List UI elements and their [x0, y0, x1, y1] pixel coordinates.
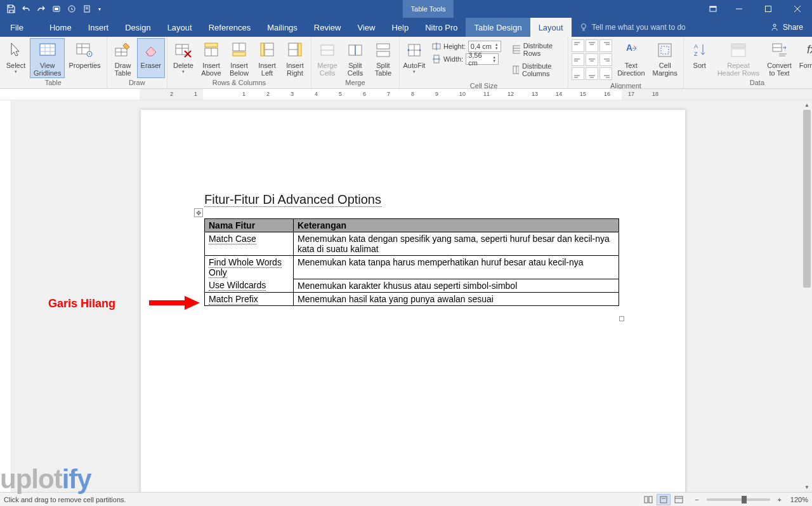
maximize-icon[interactable] [754, 0, 783, 18]
tab-table-layout[interactable]: Layout [530, 18, 572, 37]
qat-customize-icon[interactable]: ▾ [95, 2, 104, 16]
zoom-out-button[interactable]: − [692, 496, 701, 503]
zoom-in-button[interactable]: + [775, 496, 784, 503]
insert-below-button[interactable]: Insert Below [225, 38, 253, 78]
svg-rect-49 [377, 44, 390, 49]
read-mode-button[interactable] [641, 494, 655, 505]
split-cells-label: Split Cells [348, 62, 363, 77]
qat-item-2[interactable] [65, 2, 79, 16]
qat-item-3[interactable] [80, 2, 94, 16]
group-label-merge: Merge [313, 78, 397, 88]
align-bottom-center[interactable] [586, 67, 598, 80]
scroll-up-icon[interactable]: ▲ [802, 100, 812, 110]
gridlines-label: View Gridlines [34, 62, 61, 77]
distribute-columns-button[interactable]: Distribute Columns [510, 61, 562, 79]
height-label: Height: [443, 43, 466, 50]
convert-to-text-button[interactable]: Convert to Text [763, 38, 796, 78]
tab-home[interactable]: Home [41, 18, 80, 37]
insert-above-button[interactable]: Insert Above [197, 38, 225, 78]
document-heading: Fitur-Fitur Di Advanced Options [204, 192, 622, 207]
tab-help[interactable]: Help [383, 18, 417, 37]
qat-item-1[interactable] [49, 2, 63, 16]
scroll-down-icon[interactable]: ▼ [802, 483, 812, 492]
tab-view[interactable]: View [349, 18, 383, 37]
redo-icon[interactable] [34, 2, 48, 16]
width-label: Width: [443, 55, 463, 63]
repeat-header-label: Repeat Header Rows [717, 62, 760, 77]
align-bottom-left[interactable] [572, 67, 584, 80]
tab-mailings[interactable]: Mailings [259, 18, 306, 37]
cell-name[interactable]: Match Prefix [205, 292, 294, 305]
eraser-button[interactable]: Eraser [137, 38, 165, 78]
document-table[interactable]: Nama Fitur Keterangan Match Case Menemuk… [204, 218, 619, 306]
tab-review[interactable]: Review [306, 18, 350, 37]
group-label-rowscols: Rows & Columns [169, 78, 309, 88]
delete-button[interactable]: Delete▾ [169, 38, 197, 78]
table-resize-handle[interactable] [619, 316, 624, 321]
sort-button[interactable]: AZ Sort [686, 38, 714, 78]
align-middle-center[interactable] [586, 53, 598, 66]
cell-desc[interactable]: Menemukan hasil kata yang punya awalan s… [294, 292, 619, 305]
print-layout-button[interactable] [657, 494, 671, 505]
ribbon-display-options-icon[interactable] [702, 0, 724, 18]
tab-nitro[interactable]: Nitro Pro [417, 18, 466, 37]
draw-table-label: Draw Table [114, 62, 131, 77]
align-top-right[interactable] [599, 39, 612, 52]
zoom-percentage[interactable]: 120% [784, 496, 808, 503]
scroll-thumb[interactable] [803, 110, 811, 288]
cell-name[interactable]: Match Case [205, 232, 294, 256]
svg-rect-1 [55, 8, 58, 10]
tab-table-design[interactable]: Table Design [466, 18, 530, 37]
tell-me-search[interactable]: Tell me what you want to do [572, 18, 761, 37]
select-button[interactable]: Select▾ [2, 38, 30, 78]
cell-desc[interactable]: Menemukan kata tanpa harus memperhatikan… [294, 256, 619, 279]
align-middle-right[interactable] [599, 53, 612, 66]
zoom-slider-handle[interactable] [742, 496, 747, 503]
tab-design[interactable]: Design [117, 18, 159, 37]
cell-name[interactable]: Find Whole Words Only [205, 256, 294, 279]
autofit-button[interactable]: AutoFit▾ [402, 38, 427, 81]
insert-right-button[interactable]: Insert Right [281, 38, 309, 78]
share-button[interactable]: Share [761, 18, 812, 37]
distribute-rows-button[interactable]: Distribute Rows [510, 41, 562, 58]
properties-button[interactable]: Properties [65, 38, 104, 78]
align-middle-left[interactable] [572, 53, 584, 66]
cell-desc[interactable]: Menemukan kata dengan spesifik yang sama… [294, 232, 619, 256]
split-table-button[interactable]: Split Table [369, 38, 397, 78]
svg-text:Z: Z [694, 51, 698, 57]
save-icon[interactable] [4, 2, 18, 16]
width-input[interactable]: 3,56 cm▲▼ [466, 53, 499, 65]
tell-me-placeholder: Tell me what you want to do [592, 23, 686, 32]
table-move-handle[interactable]: ✥ [194, 208, 203, 217]
draw-table-button[interactable]: Draw Table [109, 38, 137, 78]
align-top-left[interactable] [572, 39, 584, 52]
tab-layout[interactable]: Layout [159, 18, 200, 37]
minimize-icon[interactable] [724, 0, 754, 18]
cell-margins-label: Cell Margins [653, 62, 678, 77]
zoom-slider[interactable] [707, 498, 770, 501]
text-direction-button[interactable]: A Text Direction [613, 38, 648, 81]
insert-left-button[interactable]: Insert Left [253, 38, 281, 78]
close-icon[interactable] [783, 0, 812, 18]
vertical-scrollbar[interactable]: ▲ ▼ [802, 100, 812, 492]
cell-name[interactable]: Use Wildcards [205, 279, 294, 292]
merge-cells-label: Merge Cells [317, 62, 337, 77]
align-top-center[interactable] [586, 39, 598, 52]
svg-point-11 [581, 24, 586, 29]
horizontal-ruler[interactable]: 2 1 1 2 3 4 5 6 7 8 9 10 11 12 13 14 15 … [0, 89, 812, 100]
view-gridlines-button[interactable]: View Gridlines [30, 38, 65, 78]
cell-margins-button[interactable]: Cell Margins [649, 38, 681, 81]
height-input[interactable]: 0,4 cm▲▼ [468, 41, 501, 52]
vertical-ruler[interactable] [0, 100, 11, 492]
tab-insert[interactable]: Insert [80, 18, 117, 37]
formula-button[interactable]: fx Formula [796, 38, 812, 78]
split-cells-button[interactable]: Split Cells [341, 38, 369, 78]
cell-desc[interactable]: Menemukan karakter khusus atau seperti s… [294, 279, 619, 292]
tab-file[interactable]: File [0, 18, 34, 37]
align-bottom-right[interactable] [599, 67, 612, 80]
distribute-rows-label: Distribute Rows [523, 42, 560, 57]
tab-references[interactable]: References [200, 18, 259, 37]
document-area[interactable]: Fitur-Fitur Di Advanced Options ✥ Nama F… [11, 100, 802, 492]
undo-icon[interactable] [19, 2, 33, 16]
web-layout-button[interactable] [672, 494, 686, 505]
